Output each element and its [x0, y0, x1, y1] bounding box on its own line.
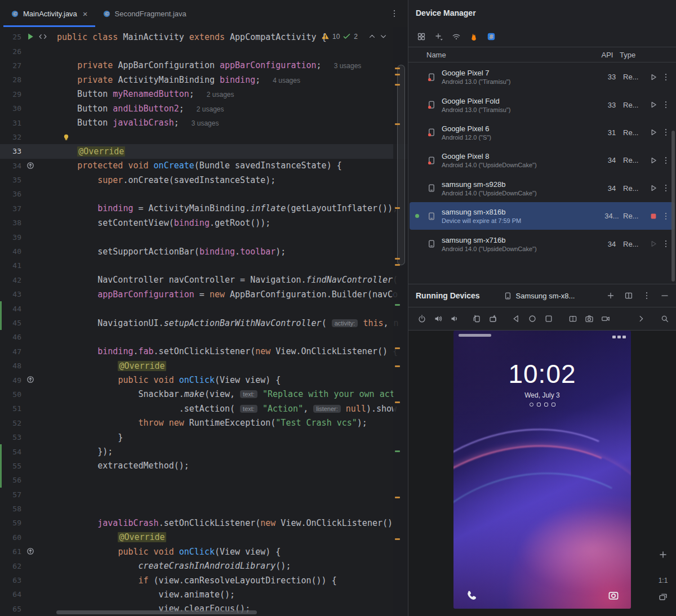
code-line[interactable]: 53 }: [0, 430, 408, 444]
code-line[interactable]: 37 binding = ActivityMainBinding.inflate…: [0, 202, 408, 216]
device-menu-button[interactable]: [660, 184, 671, 193]
editor-scrollbar[interactable]: [397, 65, 405, 265]
stripe-mark[interactable]: [395, 84, 400, 86]
code-line[interactable]: 39: [0, 230, 408, 244]
code-line[interactable]: 63 if (view.canResolveLayoutDirection())…: [0, 573, 408, 587]
code-line[interactable]: 61 public void onClick(View view) {: [0, 544, 408, 559]
stripe-mark[interactable]: [395, 123, 400, 125]
code-line[interactable]: 56: [0, 473, 408, 487]
code-line[interactable]: 32: [0, 130, 408, 144]
stripe-mark[interactable]: [395, 497, 400, 498]
code-line[interactable]: 50 Snackbar.make(view, text: "Replace wi…: [0, 387, 408, 401]
tab-mainactivity-java[interactable]: C MainActivity.java ×: [3, 0, 95, 27]
code-icon[interactable]: [38, 32, 47, 41]
device-row[interactable]: Google Pixel 8Android 14.0 ("UpsideDownC…: [410, 146, 675, 174]
code-line[interactable]: 33 @Override: [0, 144, 408, 158]
code-line[interactable]: 43 appBarConfiguration = new AppBarConfi…: [0, 287, 408, 301]
close-tab-icon[interactable]: ×: [83, 9, 88, 19]
column-type[interactable]: Type: [620, 51, 676, 59]
options-kebab-icon[interactable]: [642, 291, 651, 300]
usages-hint[interactable]: 3 usages: [334, 62, 362, 70]
device-row[interactable]: samsung sm-x816bDevice will expire at 7:…: [410, 202, 675, 230]
code-line[interactable]: 27 private AppBarConfiguration appBarCon…: [0, 59, 408, 73]
snap-icon[interactable]: [660, 314, 669, 323]
device-row[interactable]: Google Pixel FoldAndroid 13.0 ("Tiramisu…: [410, 91, 675, 118]
code-line[interactable]: 48 @Override: [0, 359, 408, 373]
code-line[interactable]: 54 });: [0, 444, 408, 458]
power-icon[interactable]: [417, 314, 426, 323]
device-menu-button[interactable]: [660, 73, 671, 82]
overriding-method-icon[interactable]: [26, 161, 35, 170]
usages-hint[interactable]: 4 usages: [273, 77, 300, 84]
previous-issue-icon[interactable]: [368, 32, 376, 41]
add-icon[interactable]: [434, 32, 443, 41]
code-editor[interactable]: 25public class MainActivity extends AppC…: [0, 27, 408, 616]
code-line[interactable]: 49 public void onClick(View view) {: [0, 373, 408, 387]
code-line[interactable]: 26: [0, 44, 408, 58]
code-line[interactable]: 55 extractedMethod();: [0, 459, 408, 473]
column-api[interactable]: API: [595, 51, 620, 59]
rotate-right-icon[interactable]: [488, 314, 497, 323]
start-device-button[interactable]: [647, 184, 660, 193]
camera-shortcut-icon[interactable]: [607, 589, 620, 601]
split-window-button[interactable]: [624, 291, 633, 300]
volume-up-icon[interactable]: [434, 314, 443, 323]
editor-options-kebab-icon[interactable]: [390, 9, 399, 18]
device-menu-button[interactable]: [660, 212, 671, 221]
device-row[interactable]: Google Pixel 6Android 12.0 ("S")31Re...: [410, 119, 675, 146]
mirrored-device-screen[interactable]: 10:02 Wed, July 3: [453, 331, 631, 609]
code-line[interactable]: 42 NavController navController = Navigat…: [0, 273, 408, 287]
stripe-mark[interactable]: [395, 74, 400, 75]
horizontal-scrollbar[interactable]: [56, 610, 257, 614]
start-device-button[interactable]: [647, 239, 660, 248]
device-row[interactable]: Google Pixel 7Android 13.0 ("Tiramisu")3…: [410, 63, 675, 91]
tab-secondfragment-java[interactable]: C SecondFragment.java: [95, 0, 194, 27]
code-line[interactable]: 30 Button andLibButton2;2 usages: [0, 101, 408, 115]
column-name[interactable]: Name: [426, 51, 595, 59]
code-line[interactable]: 35 super.onCreate(savedInstanceState);: [0, 173, 408, 187]
overview-icon[interactable]: [544, 314, 553, 323]
usages-hint[interactable]: 2 usages: [207, 91, 234, 99]
code-line[interactable]: 28 private ActivityMainBinding binding;4…: [0, 73, 408, 87]
phone-shortcut-icon[interactable]: [465, 589, 477, 601]
code-line[interactable]: 31 Button javalibCrash;3 usages: [0, 115, 408, 130]
start-device-button[interactable]: [647, 100, 660, 109]
next-issue-icon[interactable]: [379, 32, 388, 41]
code-line[interactable]: 58: [0, 502, 408, 516]
code-line[interactable]: 29 Button myRenamedButton;2 usages: [0, 87, 408, 101]
volume-down-icon[interactable]: [450, 314, 459, 323]
device-menu-button[interactable]: [660, 239, 671, 248]
start-device-button[interactable]: [647, 156, 660, 165]
rotate-left-icon[interactable]: [472, 314, 481, 323]
overriding-method-icon[interactable]: [26, 547, 35, 556]
code-line[interactable]: 60 @Override: [0, 530, 408, 544]
usages-hint[interactable]: 3 usages: [192, 119, 219, 127]
wifi-icon[interactable]: [452, 32, 461, 41]
code-line[interactable]: 47 binding.fab.setOnClickListener(new Vi…: [0, 345, 408, 359]
code-line[interactable]: 52 throw new RuntimeException("Test Cras…: [0, 416, 408, 430]
zoom-in-button[interactable]: [658, 550, 668, 560]
code-line[interactable]: 36: [0, 187, 408, 201]
stripe-mark[interactable]: [395, 450, 400, 452]
device-menu-button[interactable]: [660, 156, 671, 165]
stripe-mark[interactable]: [395, 347, 400, 349]
start-device-button[interactable]: [647, 73, 660, 82]
code-line[interactable]: 40 setSupportActionBar(binding.toolbar);: [0, 244, 408, 258]
tab-running-device[interactable]: Samsung sm-x8...: [504, 292, 575, 300]
new-tab-button[interactable]: [606, 291, 615, 300]
firebase-icon[interactable]: [469, 32, 478, 41]
run-class-icon[interactable]: [26, 32, 35, 41]
code-line[interactable]: 62 createCrashInAndroidLibrary();: [0, 559, 408, 573]
camera-icon[interactable]: [585, 314, 594, 323]
chevron-right-icon[interactable]: [637, 314, 646, 323]
overriding-method-icon[interactable]: [26, 375, 35, 384]
stripe-mark[interactable]: [395, 304, 400, 306]
code-line[interactable]: 59 javalibCrash.setOnClickListener(new V…: [0, 516, 408, 530]
device-menu-button[interactable]: [660, 128, 671, 137]
zoom-to-fit-button[interactable]: [658, 592, 668, 602]
inspection-widget[interactable]: 10 2: [321, 32, 388, 41]
stripe-mark[interactable]: [395, 68, 400, 69]
code-line[interactable]: 45 NavigationUI.setupActionBarWithNavCon…: [0, 316, 408, 330]
stripe-mark[interactable]: [395, 207, 400, 209]
code-line[interactable]: 46: [0, 330, 408, 344]
